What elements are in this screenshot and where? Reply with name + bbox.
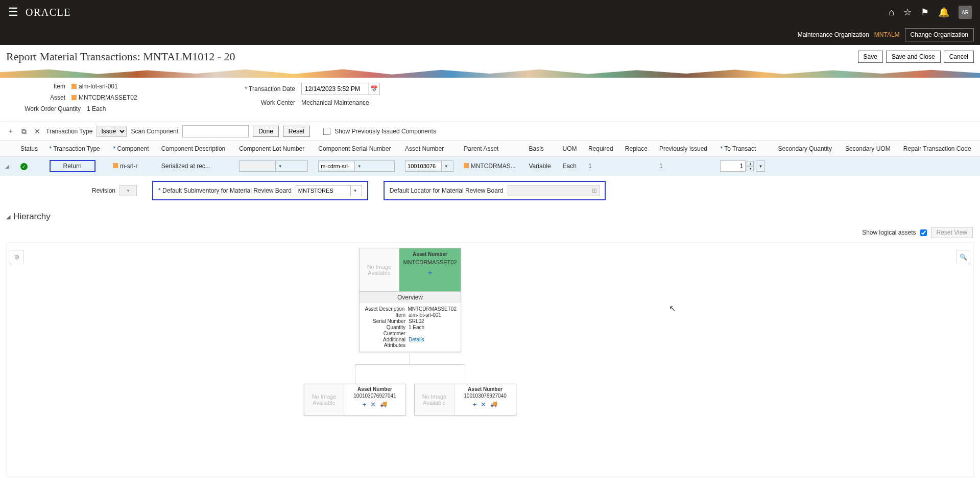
calendar-icon[interactable]: 📅 [368,83,379,95]
plus-icon[interactable]: + [473,401,477,408]
col-replace: Replace [620,141,654,157]
col-component: Component [108,141,156,157]
save-and-close-button[interactable]: Save and Close [886,51,941,63]
truck-icon[interactable]: 🚚 [380,401,387,408]
asset-combo[interactable]: ▼ [405,160,453,172]
details-link[interactable]: Details [409,337,457,348]
hierarchy-node-child[interactable]: No Image Available Asset Number 10010307… [414,384,516,415]
woq-value: 1 Each [87,105,106,112]
hierarchy-controls: Show logical assets Reset View [0,225,980,240]
expand-icon[interactable]: ◢ [5,164,9,169]
chevron-down-icon[interactable]: ▼ [275,161,284,171]
transactions-table: Status Transaction Type Component Compon… [0,141,980,176]
hierarchy-node-child[interactable]: No Image Available Asset Number 10010307… [304,384,406,415]
form-area: Item alm-lot-srl-001 Asset MNTCDRMASSET0… [0,78,980,122]
col-sec-uom: Secondary UOM [840,141,898,157]
hierarchy-canvas[interactable]: ⊘ 🔍 No Image Available Asset Number MNTC… [6,242,974,477]
truck-icon[interactable]: 🚚 [490,401,497,408]
serial-combo[interactable]: ▼ [318,160,395,172]
compass-icon[interactable]: ⊘ [10,250,24,264]
chevron-down-icon[interactable]: ▼ [756,160,765,172]
col-required: Required [583,141,620,157]
txn-date-field[interactable] [302,85,368,92]
parent-icon [464,163,469,168]
txn-date-input[interactable]: 📅 [301,83,380,95]
subinv-combo[interactable]: ▼ [296,185,362,196]
subinv-label: Default Subinventory for Material Review… [158,187,292,194]
lot-combo[interactable]: ▼ [239,160,308,172]
flag-icon[interactable]: ⚑ [921,7,929,18]
home-icon[interactable]: ⌂ [889,7,894,18]
change-organization-button[interactable]: Change Organization [905,28,974,41]
show-logical-checkbox[interactable] [920,229,927,236]
col-txn-type: Transaction Type [44,141,108,157]
work-center-label: Work Center [163,99,301,106]
col-prev: Previously Issued [654,141,715,157]
no-image-placeholder: No Image Available [304,384,344,415]
chevron-down-icon[interactable]: ▼ [350,186,360,196]
col-asset: Asset Number [400,141,459,157]
locator-input[interactable]: ⊞ [508,185,600,196]
txn-type-cell[interactable]: Return [50,160,95,172]
connector [465,377,465,384]
spin-down-icon[interactable]: ▼ [747,166,754,171]
spin-up-icon[interactable]: ▲ [747,161,754,166]
search-icon[interactable]: ⊞ [592,187,597,194]
global-header: ☰ ORACLE ⌂ ☆ ⚑ 🔔 AR [0,0,980,25]
save-button[interactable]: Save [858,51,883,63]
locator-label: Default Locator for Material Review Boar… [390,187,504,194]
close-icon[interactable]: ✕ [481,401,486,408]
asset-num-value: 100103076927040 [457,393,514,399]
basis-cell: Variable [523,157,557,176]
done-button[interactable]: Done [253,126,279,137]
table-wrapper: Status Transaction Type Component Compon… [0,141,980,176]
reset-view-button[interactable]: Reset View [931,227,973,238]
txn-type-tb-label: Transaction Type [46,128,92,135]
add-icon[interactable]: ＋ [6,127,15,136]
asset-num-value: MNTCDRMASSET02 [402,259,458,265]
close-icon[interactable]: ✕ [370,401,376,408]
col-serial: Component Serial Number [313,141,400,157]
show-prev-checkbox[interactable] [323,128,330,135]
avatar[interactable]: AR [959,6,972,19]
chevron-down-icon[interactable]: ▼ [441,161,450,171]
header-left: ☰ ORACLE [8,6,71,19]
reset-button[interactable]: Reset [283,126,310,137]
asset-num-value: 100103076927041 [346,393,403,399]
title-row: Report Material Transactions: MNTALM1012… [0,45,980,68]
scan-input[interactable] [182,125,249,137]
hierarchy-header[interactable]: ◢ Hierarchy [0,205,980,225]
required-cell: 1 [583,157,620,176]
col-desc: Component Description [156,141,234,157]
menu-icon[interactable]: ☰ [8,6,18,19]
title-buttons: Save Save and Close Cancel [858,51,974,63]
search-icon[interactable]: 🔍 [956,250,970,264]
cancel-button[interactable]: Cancel [944,51,974,63]
revision-dropdown[interactable]: ▼ [119,185,137,196]
page-title: Report Material Transactions: MNTALM1012… [6,50,235,63]
collapse-icon[interactable]: ◢ [6,214,10,220]
col-basis: Basis [523,141,557,157]
chevron-down-icon[interactable]: ▼ [354,161,364,171]
status-ok-icon: ✓ [20,163,28,170]
delete-icon[interactable]: ✕ [33,127,42,136]
col-sec-qty: Secondary Quantity [773,141,840,157]
bell-icon[interactable]: 🔔 [938,7,949,18]
to-transact-input[interactable]: ▲▼ ▼ [720,160,768,172]
txn-type-select[interactable]: Issue [97,126,127,137]
star-icon[interactable]: ☆ [903,7,912,18]
decorative-strip [0,68,980,78]
duplicate-icon[interactable]: ⧉ [19,127,29,136]
show-logical-label: Show logical assets [862,229,916,236]
plus-icon[interactable]: + [402,268,458,277]
component-icon [113,163,118,168]
plus-icon[interactable]: + [363,401,367,408]
table-toolbar: ＋ ⧉ ✕ Transaction Type Issue Scan Compon… [0,122,980,141]
txn-date-label: Transaction Date [163,85,301,92]
uom-cell: Each [558,157,583,176]
table-row[interactable]: ◢ ✓ Return m-srl-r Serialized at rec... … [0,157,980,176]
detail-grid: Asset DescriptionMNTCDRMASSET02 Itemalm-… [360,303,461,352]
col-uom: UOM [558,141,583,157]
hierarchy-node-main[interactable]: No Image Available Asset Number MNTCDRMA… [359,248,461,352]
subinv-group: Default Subinventory for Material Review… [152,181,368,200]
